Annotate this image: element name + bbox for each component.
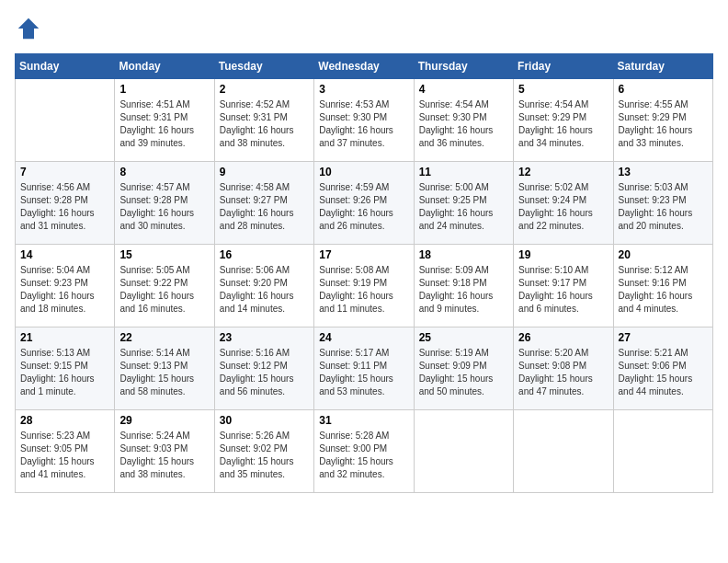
day-info: Sunrise: 5:19 AM Sunset: 9:09 PM Dayligh… bbox=[419, 347, 508, 398]
day-info: Sunrise: 5:17 AM Sunset: 9:11 PM Dayligh… bbox=[319, 347, 408, 398]
header-sunday: Sunday bbox=[16, 54, 115, 79]
header-saturday: Saturday bbox=[613, 54, 712, 79]
calendar-cell: 9Sunrise: 4:58 AM Sunset: 9:27 PM Daylig… bbox=[214, 162, 313, 245]
day-number: 9 bbox=[220, 166, 309, 178]
logo bbox=[15, 15, 46, 42]
day-info: Sunrise: 4:56 AM Sunset: 9:28 PM Dayligh… bbox=[20, 181, 109, 233]
day-info: Sunrise: 4:54 AM Sunset: 9:29 PM Dayligh… bbox=[518, 98, 608, 150]
day-number: 14 bbox=[20, 248, 109, 261]
calendar-cell: 4Sunrise: 4:54 AM Sunset: 9:30 PM Daylig… bbox=[414, 79, 513, 162]
day-info: Sunrise: 5:03 AM Sunset: 9:23 PM Dayligh… bbox=[619, 181, 708, 233]
day-info: Sunrise: 5:14 AM Sunset: 9:13 PM Dayligh… bbox=[119, 347, 209, 398]
day-info: Sunrise: 5:09 AM Sunset: 9:18 PM Dayligh… bbox=[419, 264, 508, 316]
day-number: 5 bbox=[518, 83, 608, 96]
day-number: 26 bbox=[518, 331, 608, 344]
page-header bbox=[15, 15, 713, 42]
day-info: Sunrise: 5:20 AM Sunset: 9:08 PM Dayligh… bbox=[518, 347, 608, 398]
day-info: Sunrise: 5:04 AM Sunset: 9:23 PM Dayligh… bbox=[20, 264, 109, 316]
day-info: Sunrise: 4:57 AM Sunset: 9:28 PM Dayligh… bbox=[119, 181, 209, 233]
day-number: 10 bbox=[319, 166, 408, 178]
day-info: Sunrise: 4:51 AM Sunset: 9:31 PM Dayligh… bbox=[119, 98, 209, 150]
day-number: 22 bbox=[119, 331, 209, 344]
calendar-cell: 20Sunrise: 5:12 AM Sunset: 9:16 PM Dayli… bbox=[613, 245, 712, 327]
calendar-cell: 8Sunrise: 4:57 AM Sunset: 9:28 PM Daylig… bbox=[115, 162, 214, 245]
day-info: Sunrise: 4:53 AM Sunset: 9:30 PM Dayligh… bbox=[319, 98, 408, 150]
header-monday: Monday bbox=[115, 54, 214, 79]
day-number: 28 bbox=[20, 414, 109, 427]
calendar-cell: 29Sunrise: 5:24 AM Sunset: 9:03 PM Dayli… bbox=[115, 410, 214, 493]
day-info: Sunrise: 5:16 AM Sunset: 9:12 PM Dayligh… bbox=[220, 347, 309, 398]
day-info: Sunrise: 5:05 AM Sunset: 9:22 PM Dayligh… bbox=[119, 264, 209, 316]
calendar-cell: 23Sunrise: 5:16 AM Sunset: 9:12 PM Dayli… bbox=[214, 327, 313, 410]
calendar-cell: 22Sunrise: 5:14 AM Sunset: 9:13 PM Dayli… bbox=[115, 327, 214, 410]
day-info: Sunrise: 5:28 AM Sunset: 9:00 PM Dayligh… bbox=[319, 430, 408, 481]
calendar-cell: 11Sunrise: 5:00 AM Sunset: 9:25 PM Dayli… bbox=[414, 162, 513, 245]
calendar-cell: 14Sunrise: 5:04 AM Sunset: 9:23 PM Dayli… bbox=[16, 245, 115, 327]
calendar-cell: 12Sunrise: 5:02 AM Sunset: 9:24 PM Dayli… bbox=[514, 162, 613, 245]
calendar-cell bbox=[414, 410, 513, 493]
day-number: 20 bbox=[619, 248, 708, 261]
day-number: 12 bbox=[518, 166, 608, 178]
calendar-cell: 18Sunrise: 5:09 AM Sunset: 9:18 PM Dayli… bbox=[414, 245, 513, 327]
day-number: 27 bbox=[619, 331, 708, 344]
day-number: 6 bbox=[619, 83, 708, 96]
day-number: 19 bbox=[518, 248, 608, 261]
day-info: Sunrise: 5:08 AM Sunset: 9:19 PM Dayligh… bbox=[319, 264, 408, 316]
day-number: 31 bbox=[319, 414, 408, 427]
day-number: 1 bbox=[119, 83, 209, 96]
header-wednesday: Wednesday bbox=[314, 54, 414, 79]
calendar-table: SundayMondayTuesdayWednesdayThursdayFrid… bbox=[15, 53, 713, 493]
day-number: 25 bbox=[419, 331, 508, 344]
calendar-cell: 15Sunrise: 5:05 AM Sunset: 9:22 PM Dayli… bbox=[115, 245, 214, 327]
calendar-cell: 10Sunrise: 4:59 AM Sunset: 9:26 PM Dayli… bbox=[314, 162, 414, 245]
day-number: 7 bbox=[20, 166, 109, 178]
calendar-cell bbox=[613, 410, 712, 493]
day-number: 4 bbox=[419, 83, 508, 96]
svg-marker-0 bbox=[18, 18, 40, 40]
calendar-week-5: 28Sunrise: 5:23 AM Sunset: 9:05 PM Dayli… bbox=[16, 410, 713, 493]
day-number: 18 bbox=[419, 248, 508, 261]
calendar-cell: 19Sunrise: 5:10 AM Sunset: 9:17 PM Dayli… bbox=[514, 245, 613, 327]
day-number: 13 bbox=[619, 166, 708, 178]
day-info: Sunrise: 5:23 AM Sunset: 9:05 PM Dayligh… bbox=[20, 430, 109, 481]
calendar-cell: 3Sunrise: 4:53 AM Sunset: 9:30 PM Daylig… bbox=[314, 79, 414, 162]
calendar-cell bbox=[514, 410, 613, 493]
calendar-cell: 26Sunrise: 5:20 AM Sunset: 9:08 PM Dayli… bbox=[514, 327, 613, 410]
calendar-cell: 7Sunrise: 4:56 AM Sunset: 9:28 PM Daylig… bbox=[16, 162, 115, 245]
day-info: Sunrise: 5:24 AM Sunset: 9:03 PM Dayligh… bbox=[119, 430, 209, 481]
day-number: 23 bbox=[220, 331, 309, 344]
calendar-cell: 6Sunrise: 4:55 AM Sunset: 9:29 PM Daylig… bbox=[613, 79, 712, 162]
day-info: Sunrise: 4:54 AM Sunset: 9:30 PM Dayligh… bbox=[419, 98, 508, 150]
day-info: Sunrise: 4:52 AM Sunset: 9:31 PM Dayligh… bbox=[220, 98, 309, 150]
calendar-cell: 17Sunrise: 5:08 AM Sunset: 9:19 PM Dayli… bbox=[314, 245, 414, 327]
day-info: Sunrise: 4:55 AM Sunset: 9:29 PM Dayligh… bbox=[619, 98, 708, 150]
calendar-cell: 24Sunrise: 5:17 AM Sunset: 9:11 PM Dayli… bbox=[314, 327, 414, 410]
calendar-cell: 30Sunrise: 5:26 AM Sunset: 9:02 PM Dayli… bbox=[214, 410, 313, 493]
day-number: 21 bbox=[20, 331, 109, 344]
header-friday: Friday bbox=[514, 54, 613, 79]
calendar-cell: 13Sunrise: 5:03 AM Sunset: 9:23 PM Dayli… bbox=[613, 162, 712, 245]
calendar-cell bbox=[16, 79, 115, 162]
calendar-week-3: 14Sunrise: 5:04 AM Sunset: 9:23 PM Dayli… bbox=[16, 245, 713, 327]
day-number: 2 bbox=[220, 83, 309, 96]
day-number: 3 bbox=[319, 83, 408, 96]
day-info: Sunrise: 5:02 AM Sunset: 9:24 PM Dayligh… bbox=[518, 181, 608, 233]
day-info: Sunrise: 4:59 AM Sunset: 9:26 PM Dayligh… bbox=[319, 181, 408, 233]
calendar-header-row: SundayMondayTuesdayWednesdayThursdayFrid… bbox=[16, 54, 713, 79]
calendar-week-4: 21Sunrise: 5:13 AM Sunset: 9:15 PM Dayli… bbox=[16, 327, 713, 410]
day-info: Sunrise: 4:58 AM Sunset: 9:27 PM Dayligh… bbox=[220, 181, 309, 233]
day-number: 24 bbox=[319, 331, 408, 344]
calendar-cell: 5Sunrise: 4:54 AM Sunset: 9:29 PM Daylig… bbox=[514, 79, 613, 162]
day-number: 29 bbox=[119, 414, 209, 427]
day-number: 30 bbox=[220, 414, 309, 427]
calendar-cell: 1Sunrise: 4:51 AM Sunset: 9:31 PM Daylig… bbox=[115, 79, 214, 162]
calendar-cell: 27Sunrise: 5:21 AM Sunset: 9:06 PM Dayli… bbox=[613, 327, 712, 410]
day-number: 17 bbox=[319, 248, 408, 261]
calendar-week-1: 1Sunrise: 4:51 AM Sunset: 9:31 PM Daylig… bbox=[16, 79, 713, 162]
calendar-cell: 28Sunrise: 5:23 AM Sunset: 9:05 PM Dayli… bbox=[16, 410, 115, 493]
day-info: Sunrise: 5:12 AM Sunset: 9:16 PM Dayligh… bbox=[619, 264, 708, 316]
logo-icon bbox=[15, 15, 42, 42]
day-info: Sunrise: 5:06 AM Sunset: 9:20 PM Dayligh… bbox=[220, 264, 309, 316]
header-thursday: Thursday bbox=[414, 54, 513, 79]
day-info: Sunrise: 5:21 AM Sunset: 9:06 PM Dayligh… bbox=[619, 347, 708, 398]
